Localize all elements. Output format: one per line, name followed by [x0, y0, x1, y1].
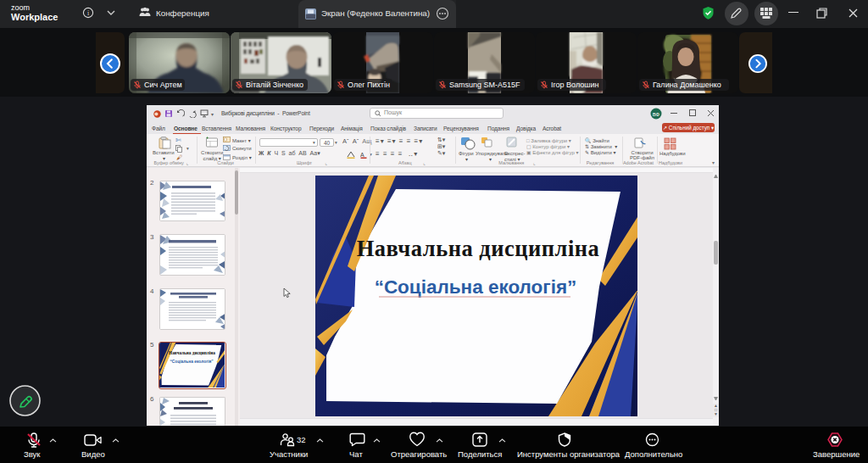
svg-text:ВФ: ВФ	[653, 112, 660, 117]
svg-text:А: А	[360, 152, 364, 158]
svg-text:“Соціальна екологія”: “Соціальна екологія”	[170, 360, 214, 364]
svg-text:“Соціальна екологія”: “Соціальна екологія”	[375, 276, 577, 298]
svg-text:i: i	[87, 9, 90, 17]
svg-text:Навчальна дисципліна: Навчальна дисципліна	[169, 350, 215, 355]
svg-text:Навчальна дисципліна: Навчальна дисципліна	[357, 236, 600, 261]
